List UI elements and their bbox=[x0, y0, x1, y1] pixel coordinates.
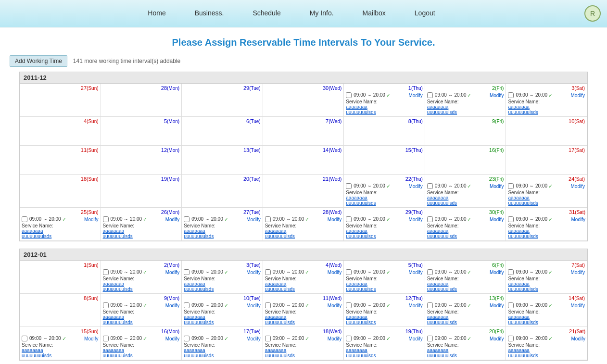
service-name-link[interactable]: aaaaaaaa bbox=[508, 348, 585, 353]
service-id-link[interactable]: uuuuuuuuisds bbox=[508, 353, 585, 358]
time-slot-checkbox[interactable] bbox=[427, 302, 433, 308]
time-slot-checkbox[interactable] bbox=[427, 92, 433, 98]
modify-button[interactable]: Modify bbox=[246, 303, 260, 308]
time-slot-checkbox[interactable] bbox=[346, 183, 352, 189]
modify-button[interactable]: Modify bbox=[571, 217, 585, 222]
service-name-link[interactable]: aaaaaaaa bbox=[265, 348, 342, 353]
service-name-link[interactable]: aaaaaaaa bbox=[184, 281, 261, 287]
service-id-link[interactable]: uuuuuuuuisds bbox=[346, 234, 423, 239]
service-name-link[interactable]: aaaaaaaa bbox=[346, 281, 423, 287]
service-name-link[interactable]: aaaaaaaa bbox=[184, 228, 261, 234]
service-name-link[interactable]: aaaaaaaa bbox=[184, 314, 261, 320]
modify-button[interactable]: Modify bbox=[165, 217, 179, 222]
service-name-link[interactable]: aaaaaaaa bbox=[103, 314, 180, 320]
time-slot-checkbox[interactable] bbox=[22, 336, 27, 341]
service-id-link[interactable]: uuuuuuuuisds bbox=[508, 320, 585, 325]
time-slot-checkbox[interactable] bbox=[103, 302, 109, 308]
service-name-link[interactable]: aaaaaaaa bbox=[103, 228, 180, 234]
nav-link-myinfo[interactable]: My Info. bbox=[295, 7, 348, 20]
time-slot-checkbox[interactable] bbox=[265, 302, 271, 308]
service-id-link[interactable]: uuuuuuuuisds bbox=[346, 320, 423, 325]
modify-button[interactable]: Modify bbox=[328, 270, 341, 275]
service-id-link[interactable]: uuuuuuuuisds bbox=[427, 320, 504, 325]
modify-button[interactable]: Modify bbox=[490, 184, 504, 189]
time-slot-checkbox[interactable] bbox=[346, 216, 352, 222]
modify-button[interactable]: Modify bbox=[571, 184, 585, 189]
service-id-link[interactable]: uuuuuuuuisds bbox=[22, 234, 99, 239]
service-id-link[interactable]: uuuuuuuuisds bbox=[427, 234, 504, 239]
modify-button[interactable]: Modify bbox=[490, 217, 504, 222]
time-slot-checkbox[interactable] bbox=[184, 336, 190, 341]
time-slot-checkbox[interactable] bbox=[22, 216, 27, 222]
time-slot-checkbox[interactable] bbox=[346, 269, 352, 275]
nav-link-home[interactable]: Home bbox=[133, 7, 180, 20]
service-name-link[interactable]: aaaaaaaa bbox=[22, 228, 99, 234]
service-name-link[interactable]: aaaaaaaa bbox=[508, 314, 585, 320]
service-name-link[interactable]: aaaaaaaa bbox=[346, 228, 423, 234]
time-slot-checkbox[interactable] bbox=[508, 302, 514, 308]
service-id-link[interactable]: uuuuuuuuisds bbox=[427, 287, 504, 292]
modify-button[interactable]: Modify bbox=[408, 303, 422, 308]
modify-button[interactable]: Modify bbox=[328, 217, 341, 222]
time-slot-checkbox[interactable] bbox=[427, 216, 433, 222]
time-slot-checkbox[interactable] bbox=[103, 216, 109, 222]
service-id-link[interactable]: uuuuuuuuisds bbox=[427, 353, 504, 358]
service-id-link[interactable]: uuuuuuuuisds bbox=[184, 287, 261, 292]
modify-button[interactable]: Modify bbox=[490, 270, 504, 275]
modify-button[interactable]: Modify bbox=[408, 336, 422, 341]
modify-button[interactable]: Modify bbox=[408, 270, 422, 275]
time-slot-checkbox[interactable] bbox=[346, 302, 352, 308]
time-slot-checkbox[interactable] bbox=[427, 336, 433, 341]
modify-button[interactable]: Modify bbox=[328, 336, 341, 341]
service-id-link[interactable]: uuuuuuuuisds bbox=[346, 201, 423, 206]
service-id-link[interactable]: uuuuuuuuisds bbox=[508, 287, 585, 292]
service-name-link[interactable]: aaaaaaaa bbox=[427, 104, 504, 110]
time-slot-checkbox[interactable] bbox=[508, 216, 514, 222]
service-name-link[interactable]: aaaaaaaa bbox=[265, 281, 342, 287]
service-name-link[interactable]: aaaaaaaa bbox=[427, 348, 504, 353]
service-id-link[interactable]: uuuuuuuuisds bbox=[346, 287, 423, 292]
nav-link-schedule[interactable]: Schedule bbox=[238, 7, 295, 20]
service-name-link[interactable]: aaaaaaaa bbox=[22, 348, 99, 353]
modify-button[interactable]: Modify bbox=[571, 270, 585, 275]
service-id-link[interactable]: uuuuuuuuisds bbox=[346, 353, 423, 358]
service-name-link[interactable]: aaaaaaaa bbox=[508, 195, 585, 201]
service-id-link[interactable]: uuuuuuuuisds bbox=[427, 110, 504, 115]
service-name-link[interactable]: aaaaaaaa bbox=[184, 348, 261, 353]
modify-button[interactable]: Modify bbox=[571, 336, 585, 341]
service-id-link[interactable]: uuuuuuuuisds bbox=[22, 353, 99, 358]
time-slot-checkbox[interactable] bbox=[184, 216, 190, 222]
service-id-link[interactable]: uuuuuuuuisds bbox=[103, 234, 180, 239]
modify-button[interactable]: Modify bbox=[408, 184, 422, 189]
time-slot-checkbox[interactable] bbox=[184, 302, 190, 308]
time-slot-checkbox[interactable] bbox=[346, 336, 352, 341]
service-id-link[interactable]: uuuuuuuuisds bbox=[184, 353, 261, 358]
service-name-link[interactable]: aaaaaaaa bbox=[427, 281, 504, 287]
service-name-link[interactable]: aaaaaaaa bbox=[346, 195, 423, 201]
service-id-link[interactable]: uuuuuuuuisds bbox=[103, 287, 180, 292]
modify-button[interactable]: Modify bbox=[165, 303, 179, 308]
time-slot-checkbox[interactable] bbox=[508, 183, 514, 189]
service-id-link[interactable]: uuuuuuuuisds bbox=[508, 234, 585, 239]
service-id-link[interactable]: uuuuuuuuisds bbox=[265, 234, 342, 239]
nav-link-business[interactable]: Business. bbox=[180, 7, 239, 20]
time-slot-checkbox[interactable] bbox=[265, 336, 271, 341]
nav-link-logout[interactable]: Logout bbox=[400, 7, 450, 20]
add-working-time-button[interactable]: Add Working Time bbox=[10, 55, 67, 67]
service-id-link[interactable]: uuuuuuuuisds bbox=[508, 201, 585, 206]
service-id-link[interactable]: uuuuuuuuisds bbox=[103, 320, 180, 325]
modify-button[interactable]: Modify bbox=[246, 270, 260, 275]
modify-button[interactable]: Modify bbox=[490, 336, 504, 341]
service-id-link[interactable]: uuuuuuuuisds bbox=[103, 353, 180, 358]
modify-button[interactable]: Modify bbox=[490, 303, 504, 308]
time-slot-checkbox[interactable] bbox=[427, 183, 433, 189]
service-name-link[interactable]: aaaaaaaa bbox=[103, 281, 180, 287]
service-name-link[interactable]: aaaaaaaa bbox=[508, 104, 585, 110]
time-slot-checkbox[interactable] bbox=[427, 269, 433, 275]
time-slot-checkbox[interactable] bbox=[508, 92, 514, 98]
service-name-link[interactable]: aaaaaaaa bbox=[346, 314, 423, 320]
modify-button[interactable]: Modify bbox=[84, 217, 98, 222]
service-name-link[interactable]: aaaaaaaa bbox=[265, 228, 342, 234]
service-name-link[interactable]: aaaaaaaa bbox=[427, 195, 504, 201]
modify-button[interactable]: Modify bbox=[408, 217, 422, 222]
